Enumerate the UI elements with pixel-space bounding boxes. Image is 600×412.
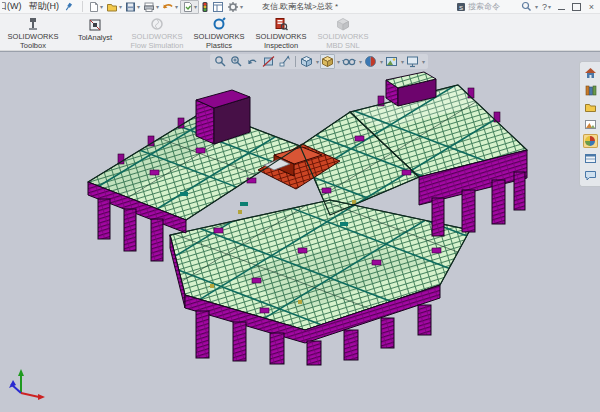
options-button[interactable]: ▾ — [226, 1, 244, 13]
plastics-icon — [212, 17, 226, 31]
addin-label: SOLIDWORKS — [318, 32, 369, 41]
quick-access-toolbar: ▾ ▾ ▾ ▾ ▾ ▾ ▾ — [87, 0, 244, 14]
new-button[interactable]: ▾ — [87, 1, 104, 13]
menu-bar: 窗口(W) 帮助(H) — [2, 0, 59, 13]
view-orientation-button[interactable] — [299, 54, 314, 69]
section-view-button[interactable] — [261, 54, 276, 69]
addin-label: Inspection — [264, 41, 298, 50]
help-button[interactable]: ?▾ — [540, 1, 553, 13]
addin-label: MBD SNL — [326, 41, 359, 50]
command-search[interactable]: S 搜索命令 ▾ — [456, 1, 538, 12]
addin-tolanalyst[interactable]: TolAnalyst — [64, 15, 126, 50]
addin-label: SOLIDWORKS — [256, 32, 307, 41]
magnifier-icon — [521, 1, 532, 12]
addin-flow-simulation[interactable]: SOLIDWORKS Flow Simulation — [126, 15, 188, 50]
file-properties-button[interactable] — [211, 1, 225, 13]
previous-view-button[interactable] — [245, 54, 260, 69]
addin-inspection[interactable]: SOLIDWORKS Inspection — [250, 15, 312, 50]
search-scope-caret[interactable]: ▾ — [535, 4, 538, 10]
hide-show-items-button[interactable] — [341, 54, 357, 69]
addin-mbd-snl[interactable]: SOLIDWORKS MBD SNL — [312, 15, 374, 50]
performance-light-icon[interactable] — [200, 1, 210, 13]
view-settings-button[interactable] — [405, 54, 420, 69]
file-explorer-tab[interactable] — [583, 100, 598, 114]
close-button[interactable]: × — [585, 1, 598, 13]
titlebar-right: S 搜索命令 ▾ ?▾ × — [456, 1, 598, 13]
title-bar: 窗口(W) 帮助(H) ▾ ▾ ▾ ▾ ▾ ▾ ▾ 友信.欧南名城>总装 * S… — [0, 0, 600, 14]
custom-properties-tab[interactable] — [583, 151, 598, 165]
annotation-views-button[interactable] — [277, 54, 292, 69]
restore-button[interactable] — [570, 1, 583, 13]
graphics-area[interactable]: ▾ ▾ ▾ ▾ ▾ ▾ — [0, 51, 600, 412]
addin-label: Plastics — [206, 41, 232, 50]
menu-help[interactable]: 帮助(H) — [29, 0, 60, 13]
task-pane — [579, 61, 600, 187]
solidworks-resources-tab[interactable] — [583, 66, 598, 80]
addin-label: Flow Simulation — [131, 41, 184, 50]
toolbox-icon — [26, 17, 40, 31]
addin-label: SOLIDWORKS — [132, 32, 183, 41]
zoom-to-fit-button[interactable] — [213, 54, 228, 69]
assembly-model[interactable] — [0, 52, 600, 412]
rebuild-button[interactable]: ▾ — [180, 0, 199, 14]
apply-scene-button[interactable] — [384, 54, 399, 69]
tolanalyst-icon — [88, 17, 102, 32]
zoom-to-area-button[interactable] — [229, 54, 244, 69]
solidworks-window: 窗口(W) 帮助(H) ▾ ▾ ▾ ▾ ▾ ▾ ▾ 友信.欧南名城>总装 * S… — [0, 0, 600, 412]
addins-ribbon: SOLIDWORKS Toolbox TolAnalyst SOLIDWORKS… — [0, 14, 600, 51]
open-button[interactable]: ▾ — [105, 1, 123, 13]
print-button[interactable]: ▾ — [142, 1, 160, 13]
flow-simulation-icon — [150, 17, 164, 31]
addin-solidworks-toolbox[interactable]: SOLIDWORKS Toolbox — [2, 15, 64, 50]
view-palette-tab[interactable] — [583, 117, 598, 131]
mbd-snl-icon — [336, 17, 350, 31]
addin-label: SOLIDWORKS — [194, 32, 245, 41]
design-library-tab[interactable] — [583, 83, 598, 97]
search-placeholder: 搜索命令 — [468, 1, 519, 12]
pin-icon[interactable] — [65, 2, 74, 12]
svg-text:S: S — [459, 4, 463, 10]
undo-button[interactable]: ▾ — [161, 1, 179, 13]
inspection-icon — [274, 17, 288, 31]
addin-label: SOLIDWORKS — [8, 32, 59, 41]
addin-plastics[interactable]: SOLIDWORKS Plastics — [188, 15, 250, 50]
menu-window[interactable]: 窗口(W) — [2, 0, 22, 13]
solidworks-forum-tab[interactable] — [583, 168, 598, 182]
appearances-scenes-tab[interactable] — [583, 134, 598, 148]
display-style-button[interactable] — [320, 54, 335, 69]
edit-appearance-button[interactable] — [363, 54, 378, 69]
document-title: 友信.欧南名城>总装 * — [262, 1, 338, 12]
divider — [82, 1, 83, 12]
addin-label: Toolbox — [20, 41, 46, 50]
addin-label: TolAnalyst — [78, 33, 112, 42]
minimize-button[interactable] — [555, 1, 568, 13]
save-button[interactable]: ▾ — [124, 1, 141, 13]
search-app-icon: S — [456, 2, 466, 12]
heads-up-toolbar: ▾ ▾ ▾ ▾ ▾ ▾ — [210, 54, 428, 69]
orientation-triad — [5, 367, 53, 401]
divider — [295, 56, 296, 67]
